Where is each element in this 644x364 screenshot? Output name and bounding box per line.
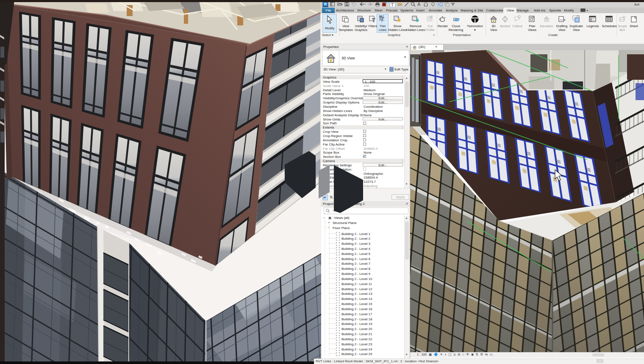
svg-text:A: A bbox=[417, 2, 421, 7]
